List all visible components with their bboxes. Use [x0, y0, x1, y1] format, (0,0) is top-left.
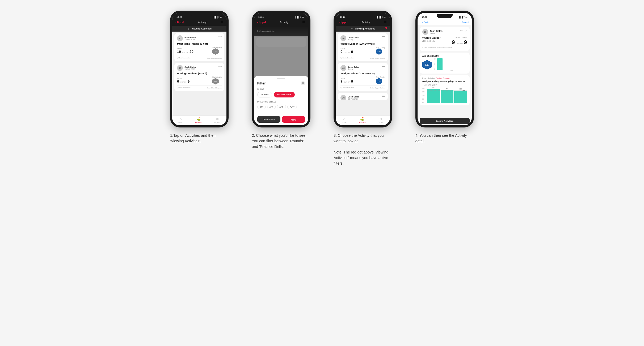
- shots-val-3-1: 9: [351, 50, 353, 54]
- detail-score-label: Score Shots: [452, 36, 467, 38]
- shots-val-2: 9: [188, 79, 190, 83]
- signal-icon-4: ▐▐▐: [458, 16, 463, 18]
- nav-capture-1[interactable]: ⊕ Capture: [214, 117, 220, 123]
- card-header-3-3: JC Josh Coles 28 Feb 2023 •••: [340, 95, 385, 100]
- phone-notch-1: [191, 14, 207, 18]
- sq-hex-3-1: 130: [376, 48, 382, 55]
- more-icon-3-2[interactable]: •••: [382, 65, 385, 68]
- menu-icon-3[interactable]: ☰: [384, 20, 387, 24]
- activity-card-3-3[interactable]: JC Josh Coles 28 Feb 2023 •••: [338, 93, 388, 100]
- shots-val-3-2: 9: [351, 79, 353, 83]
- close-button[interactable]: ✕: [301, 81, 305, 85]
- score-block-1: Score 10 OUT OF 20: [177, 48, 193, 54]
- battery-icon-3: ▭: [384, 16, 386, 18]
- more-icon-1[interactable]: •••: [218, 35, 222, 39]
- sq-hex-3-2: 118: [376, 78, 382, 84]
- sheet-handle: [277, 78, 285, 79]
- card-footer-3-1: ⓘ Test Information Data: Clippd Capture: [340, 56, 385, 59]
- time-2: 13:21: [258, 16, 264, 18]
- edit-icon[interactable]: ✏: [460, 29, 463, 33]
- nav-activities-1[interactable]: ⛳ Activities: [195, 117, 202, 123]
- drill-types-label: Practice Drills: [257, 101, 305, 103]
- nav-home-3[interactable]: ⌂ Home: [342, 117, 346, 123]
- logo-1: clippd: [175, 21, 184, 24]
- activity-title-3-2: Wedge Ladder (100-140 yds): [340, 72, 385, 75]
- detail-user-name: Josh Coles: [430, 30, 443, 32]
- user-name-1: Josh Coles: [184, 36, 196, 39]
- drill-arg[interactable]: ARG: [277, 105, 286, 109]
- battery-icon-2: ▭: [302, 16, 304, 18]
- footer-right-3-1: Data: Clippd Capture: [370, 57, 385, 59]
- score-label-1: Score: [177, 48, 193, 50]
- rounds-toggle[interactable]: Rounds: [257, 92, 272, 97]
- card-header-1: JC Josh Coles 28 Feb 2023 •••: [177, 35, 222, 41]
- more-icon-3-1[interactable]: •••: [382, 35, 385, 39]
- filter-title: Filter: [257, 81, 266, 85]
- menu-icon-2[interactable]: ☰: [302, 20, 305, 24]
- user-info-3-3: Josh Coles 28 Feb 2023: [348, 96, 359, 100]
- activity-card-3-1[interactable]: JC Josh Coles Today ••• Wedge Ladder (10…: [338, 33, 388, 61]
- session-label: Player Activity • Practice Session: [422, 77, 467, 79]
- avg-sq-title: Avg Shot Quality: [422, 55, 467, 57]
- nav-activities-3[interactable]: ⛳ Activities: [359, 117, 366, 123]
- nav-home-1[interactable]: ⌂ Home: [178, 117, 183, 123]
- outof-1: OUT OF: [182, 52, 188, 53]
- sq-hex-1: 75: [212, 48, 219, 55]
- wifi-icon: ▾: [218, 16, 219, 18]
- clear-filters-button[interactable]: Clear Filters: [257, 116, 280, 123]
- capture-icon-3: ⊕: [380, 117, 382, 121]
- expand-icon[interactable]: ⤢: [464, 29, 467, 33]
- status-icons-4: ▐▐▐ ▾ ▭: [458, 16, 468, 18]
- back-activities-button[interactable]: Back to Activities: [420, 118, 470, 124]
- nav-capture-3[interactable]: ⊕ Capture: [378, 117, 384, 123]
- drill-ott[interactable]: OTT: [257, 105, 266, 109]
- nav-capture-label-1: Capture: [214, 121, 220, 123]
- nav-activities-label-3: Activities: [359, 121, 366, 123]
- sq-label-3-2: Shot Quality: [376, 76, 385, 78]
- nav-capture-label-3: Capture: [378, 121, 384, 123]
- drill-toggle-group: OTT APP ARG PUTT: [257, 105, 305, 109]
- menu-icon-1[interactable]: ☰: [220, 20, 223, 24]
- viewing-banner-3[interactable]: Viewing Activities: [336, 26, 390, 32]
- caption-2: 2. Choose what you'd like to see. You ca…: [252, 133, 310, 149]
- card-header-3-1: JC Josh Coles Today •••: [340, 35, 385, 41]
- detail-user-date: Today: [430, 32, 443, 34]
- avatar-2: JC: [177, 65, 183, 71]
- phone-4-inner: 13:21 ▐▐▐ ▾ ▭ ‹ < Back Cancel: [418, 13, 472, 125]
- viewing-banner-1[interactable]: Viewing Activities: [172, 26, 226, 32]
- user-row-3-1: JC Josh Coles Today: [340, 35, 359, 41]
- detail-outof: OUT OF: [456, 42, 463, 44]
- drill-app[interactable]: APP: [267, 105, 276, 109]
- wifi-icon-2: ▾: [300, 16, 301, 18]
- cancel-button[interactable]: Cancel: [462, 21, 469, 23]
- apply-button[interactable]: Apply: [282, 116, 305, 123]
- avatar-1: JC: [177, 35, 183, 41]
- detail-header: ‹ < Back Cancel: [418, 19, 472, 25]
- card-footer-3-2: ⓘ Test Information Data: Clippd Capture: [340, 86, 385, 89]
- filter-icon-3: [351, 27, 353, 30]
- phone-notch-3: [355, 14, 371, 18]
- more-icon-2[interactable]: •••: [218, 65, 222, 68]
- more-icon-3-3[interactable]: •••: [382, 95, 385, 98]
- big-hex-4: 130: [422, 60, 432, 70]
- sheet-header: Filter ✕: [257, 81, 305, 85]
- app-header-3: clippd Activity ☰: [336, 19, 390, 26]
- user-row-1: JC Josh Coles 28 Feb 2023: [177, 35, 196, 41]
- detail-score-num: 9: [452, 39, 455, 45]
- wifi-icon-4: ▾: [464, 16, 465, 18]
- status-icons-2: ▐▐▐ ▾ ▭: [295, 16, 304, 18]
- status-icons-3: ▐▐▐ ▾ ▭: [376, 16, 386, 18]
- drill-putt[interactable]: PUTT: [287, 105, 297, 109]
- practice-drills-toggle[interactable]: Practice Drills: [274, 92, 295, 97]
- activity-card-3-2[interactable]: JC Josh Coles Today ••• Wedge Ladder (10…: [338, 63, 388, 91]
- logo-3: clippd: [339, 21, 347, 24]
- detail-data-source: Data: Clippd Capture: [437, 46, 452, 49]
- activity-card-2[interactable]: JC Josh Coles 28 Feb 2023 ••• Putting Co…: [174, 63, 224, 91]
- activity-card-1[interactable]: JC Josh Coles 28 Feb 2023 ••• Must Make …: [174, 33, 224, 61]
- detail-user-block: JC Josh Coles Today: [422, 29, 443, 35]
- y-120: 120: [422, 91, 427, 93]
- bar-sq-main: [437, 58, 443, 70]
- banner-label-3: Viewing Activities: [355, 27, 375, 30]
- back-button[interactable]: ‹ < Back: [421, 21, 428, 23]
- app-header-1: clippd Activity ☰: [172, 19, 226, 26]
